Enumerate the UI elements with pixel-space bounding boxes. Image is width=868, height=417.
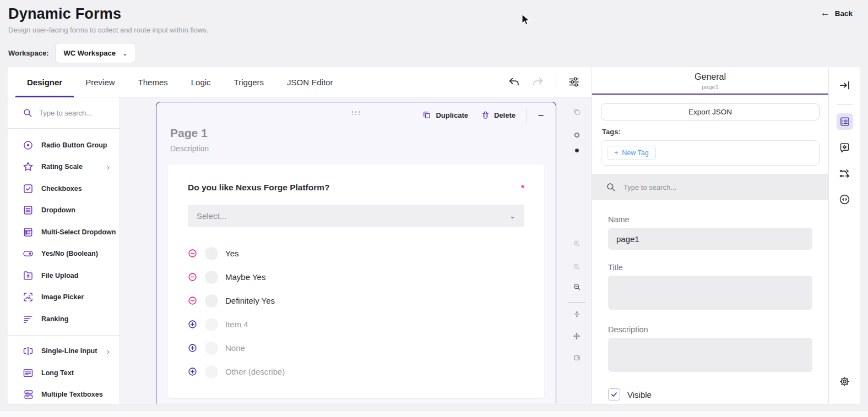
new-tag-button[interactable]: + New Tag [607, 146, 656, 160]
page-card[interactable]: Duplicate Delete – Page 1 Descript [156, 102, 556, 404]
toolbox-item-checkboxes[interactable]: Checkboxes [8, 178, 120, 200]
zoom-reset-icon[interactable] [573, 283, 581, 291]
toolbox-search-input[interactable] [39, 109, 105, 117]
tab-logic[interactable]: Logic [180, 67, 223, 97]
choice-row-none: None [188, 336, 524, 360]
question-select[interactable]: Select... ⌄ [188, 205, 524, 227]
description-label: Description [608, 325, 812, 334]
copy-page-icon[interactable] [573, 108, 581, 116]
choices-list: Yes Maybe Yes Definitely Yes [188, 242, 524, 383]
property-search[interactable] [592, 174, 828, 200]
add-choice-icon[interactable] [188, 320, 197, 329]
toolbox-item-rating-scale[interactable]: Rating Scale › [8, 156, 120, 178]
toolbox-item-dropdown[interactable]: Dropdown [8, 200, 120, 222]
toolbox-search[interactable] [8, 97, 120, 129]
toolbox-item-file-upload[interactable]: File Upload [8, 265, 120, 287]
radio-circle[interactable] [205, 365, 218, 378]
page-nav-dot-outline[interactable] [574, 132, 580, 138]
remove-choice-icon[interactable] [188, 272, 197, 282]
back-button[interactable]: ← Back [821, 8, 853, 19]
chevron-right-icon[interactable]: › [107, 347, 114, 356]
property-search-input[interactable] [623, 183, 734, 191]
duplicate-button[interactable]: Duplicate [416, 107, 475, 123]
toolbox-item-ranking[interactable]: Ranking [8, 308, 120, 330]
delete-button[interactable]: Delete [475, 107, 522, 123]
page-preview-icon[interactable] [573, 354, 581, 361]
visible-label: Visible [627, 390, 652, 399]
bottom-bar [0, 411, 868, 417]
radio-circle[interactable] [205, 294, 218, 308]
description-field[interactable] [608, 338, 812, 372]
property-panel: General page1 Export JSON Tags: + New Ta… [592, 67, 828, 404]
title-label: Title [608, 263, 812, 272]
property-panel-title: General [592, 72, 828, 82]
chevron-right-icon[interactable]: › [107, 162, 114, 172]
question-title[interactable]: Do you like Nexus Forge Platform? [188, 183, 330, 193]
trash-icon [481, 111, 490, 119]
gear-icon[interactable] [837, 373, 853, 389]
page-card-title[interactable]: Page 1 [170, 127, 556, 140]
toolbox-item-multi-select-dropdown[interactable]: Multi-Select Dropdown [8, 221, 120, 243]
page-card-description[interactable]: Description [170, 144, 556, 153]
visible-checkbox[interactable] [608, 388, 620, 400]
image-picker-icon [23, 292, 34, 303]
multiple-textboxes-icon [23, 389, 34, 400]
add-choice-icon[interactable] [188, 343, 197, 353]
toolbox-item-single-line-input[interactable]: Single-Line Input › [8, 341, 120, 363]
remove-choice-icon[interactable] [188, 296, 197, 305]
checkbox-icon [23, 183, 34, 194]
tab-bar: Designer Preview Themes Logic Triggers J… [8, 67, 592, 97]
strip-divider [837, 104, 853, 105]
question-card[interactable]: Do you like Nexus Forge Platform? * Sele… [168, 164, 544, 398]
properties-tab-icon[interactable] [837, 113, 853, 130]
choice-row-yes: Yes [188, 242, 524, 265]
creator-panel: Designer Preview Themes Logic Triggers J… [8, 67, 860, 404]
workspace-label: Workspace: [8, 49, 48, 57]
plus-icon: + [614, 149, 618, 157]
collapse-panel-icon[interactable] [837, 77, 853, 94]
zoom-in-icon[interactable] [573, 240, 581, 248]
tab-preview[interactable]: Preview [74, 67, 126, 97]
title-field[interactable] [608, 276, 812, 310]
radio-circle[interactable] [205, 318, 218, 331]
radio-group-icon [23, 140, 34, 151]
chevron-down-icon: ⌄ [122, 50, 128, 57]
zoom-out-icon[interactable] [573, 263, 581, 271]
long-text-icon [23, 367, 34, 378]
dropdown-icon [23, 205, 34, 216]
fit-height-icon[interactable] [573, 310, 581, 318]
compare-toggle-icon[interactable] [837, 191, 853, 207]
tab-triggers[interactable]: Triggers [223, 67, 275, 97]
tab-json-editor[interactable]: JSON Editor [275, 67, 344, 97]
strip-divider [568, 302, 585, 303]
settings-sliders-icon[interactable] [564, 72, 584, 92]
fit-page-icon[interactable] [573, 332, 581, 340]
flow-shuffle-icon[interactable] [837, 165, 853, 182]
toolbox-item-radio-button-group[interactable]: Radio Button Group [8, 134, 120, 156]
single-line-input-icon [23, 345, 34, 356]
add-choice-icon[interactable] [188, 367, 197, 376]
collapse-page-button[interactable]: – [531, 109, 550, 121]
name-field[interactable] [608, 228, 812, 250]
toolbox-sidebar: Radio Button Group Rating Scale › Checkb… [8, 97, 120, 404]
radio-circle[interactable] [205, 271, 218, 284]
toolbox-item-boolean[interactable]: Yes/No (Boolean) [8, 243, 120, 265]
toolbox-item-image-picker[interactable]: Image Picker [8, 287, 120, 309]
radio-circle[interactable] [205, 342, 218, 355]
tab-themes[interactable]: Themes [127, 67, 180, 97]
drag-handle[interactable] [352, 111, 361, 115]
toolbox-item-long-text[interactable]: Long Text [8, 362, 120, 384]
export-json-button[interactable]: Export JSON [601, 103, 820, 120]
page-nav-dot-filled[interactable] [574, 148, 579, 153]
tab-designer[interactable]: Designer [15, 67, 74, 97]
tags-label: Tags: [602, 128, 820, 136]
remove-choice-icon[interactable] [188, 249, 197, 258]
choice-row-other: Other (describe) [188, 360, 524, 383]
name-label: Name [608, 215, 812, 224]
chat-settings-icon[interactable] [837, 139, 853, 156]
workspace-select[interactable]: WC Workspace ⌄ [55, 43, 135, 63]
redo-icon[interactable] [528, 72, 548, 92]
radio-circle[interactable] [205, 247, 218, 260]
undo-icon[interactable] [504, 72, 524, 92]
toolbox-item-multiple-textboxes[interactable]: Multiple Textboxes [8, 384, 120, 404]
